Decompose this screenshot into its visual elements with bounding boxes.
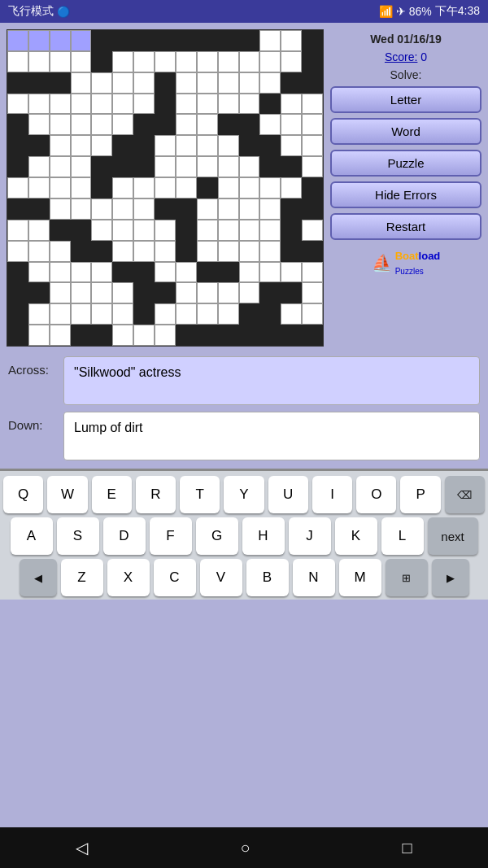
grid-cell[interactable] [71,282,92,303]
grid-cell[interactable] [50,156,71,177]
key-l[interactable]: L [381,517,424,555]
key-t[interactable]: T [180,476,220,513]
grid-cell[interactable] [197,94,218,115]
grid-cell[interactable] [302,135,323,156]
restart-button[interactable]: Restart [330,213,481,240]
grid-cell[interactable] [133,241,155,262]
grid-cell[interactable] [176,72,197,94]
grid-cell[interactable] [155,220,176,241]
key-f[interactable]: F [150,517,192,555]
grid-cell[interactable] [218,51,239,72]
grid-cell[interactable] [71,156,92,177]
grid-cell[interactable] [71,177,92,198]
key-o[interactable]: O [356,476,396,513]
grid-cell[interactable] [259,241,281,262]
grid-cell[interactable] [259,262,281,283]
left-arrow-key[interactable]: ◀ [20,559,57,596]
grid-cell[interactable] [28,94,50,115]
key-b[interactable]: B [246,559,289,596]
grid-cell[interactable] [7,241,28,262]
key-z[interactable]: Z [61,559,103,596]
letter-button[interactable]: Letter [330,86,481,113]
grid-cell[interactable] [239,282,260,303]
key-e[interactable]: E [92,476,132,513]
hide-errors-button[interactable]: Hide Errors [330,181,481,208]
grid-cell[interactable] [71,51,92,72]
grid-cell[interactable] [71,114,92,135]
grid-cell[interactable] [176,51,197,72]
grid-cell[interactable] [112,51,133,72]
grid-cell[interactable] [259,51,281,72]
grid-cell[interactable] [302,156,323,177]
grid-cell[interactable] [197,282,218,303]
grid-cell[interactable] [197,303,218,325]
grid-cell[interactable] [71,72,92,94]
key-w[interactable]: W [47,476,87,513]
grid-cell[interactable] [176,94,197,115]
grid-cell[interactable] [155,325,176,346]
grid-cell[interactable] [197,51,218,72]
grid-cell[interactable] [50,241,71,262]
grid-cell[interactable] [239,156,260,177]
grid-cell[interactable] [176,177,197,198]
grid-cell[interactable] [155,303,176,325]
grid-cell[interactable] [281,51,302,72]
key-p[interactable]: P [400,476,440,513]
key-u[interactable]: U [268,476,308,513]
grid-cell[interactable] [50,114,71,135]
grid-cell[interactable] [155,177,176,198]
grid-cell[interactable] [71,94,92,115]
grid-cell[interactable] [133,94,155,115]
grid-cell[interactable] [239,241,260,262]
grid-cell[interactable] [197,114,218,135]
grid-cell[interactable] [259,72,281,94]
grid-cell[interactable] [239,72,260,94]
grid-cell[interactable] [155,262,176,283]
grid-cell[interactable] [176,262,197,283]
grid-cell[interactable] [133,325,155,346]
key-x[interactable]: X [107,559,150,596]
grid-cell[interactable] [218,135,239,156]
key-i[interactable]: I [312,476,352,513]
grid-cell[interactable] [91,282,112,303]
grid-cell[interactable] [112,325,133,346]
grid-cell[interactable] [302,303,323,325]
grid-cell[interactable] [176,114,197,135]
grid-cell[interactable] [218,303,239,325]
grid-cell[interactable] [50,303,71,325]
grid-cell[interactable] [50,325,71,346]
grid-cell[interactable] [50,135,71,156]
grid-cell[interactable] [302,282,323,303]
key-a[interactable]: A [11,517,53,555]
grid-cell[interactable] [28,303,50,325]
grid-cell[interactable] [91,303,112,325]
grid-cell[interactable] [91,220,112,241]
grid-cell[interactable] [218,220,239,241]
grid-cell[interactable] [155,241,176,262]
grid-cell[interactable] [71,303,92,325]
grid-cell[interactable] [28,156,50,177]
score-label[interactable]: Score: [385,50,417,63]
grid-cell[interactable] [239,220,260,241]
puzzle-button[interactable]: Puzzle [330,150,481,177]
grid-cell[interactable] [281,30,302,51]
key-m[interactable]: M [339,559,381,596]
key-y[interactable]: Y [224,476,264,513]
key-k[interactable]: K [335,517,377,555]
grid-cell[interactable] [259,220,281,241]
grid-cell[interactable] [281,303,302,325]
grid-cell[interactable] [112,198,133,220]
grid-cell[interactable] [50,177,71,198]
grid-cell[interactable] [71,262,92,283]
grid-cell[interactable] [91,262,112,283]
right-arrow-key[interactable]: ▶ [432,559,469,596]
grid-cell[interactable] [259,177,281,198]
grid-cell[interactable] [28,114,50,135]
grid-cell[interactable] [28,220,50,241]
grid-cell[interactable] [50,282,71,303]
crossword-grid[interactable] [7,29,324,347]
grid-cell[interactable] [50,51,71,72]
grid-cell[interactable] [28,325,50,346]
grid-cell[interactable] [281,177,302,198]
grid-cell[interactable] [197,156,218,177]
